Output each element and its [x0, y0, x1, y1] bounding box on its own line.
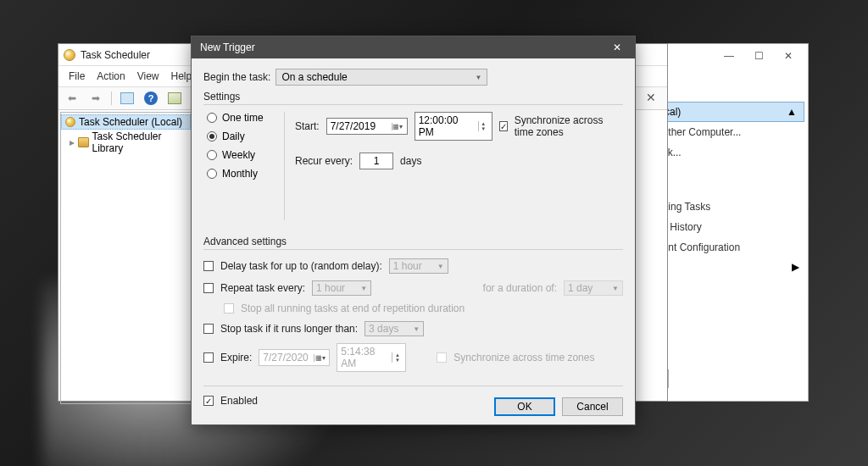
back-button: ⬅ — [62, 90, 82, 107]
clock-icon — [65, 117, 75, 127]
menu-action[interactable]: Action — [92, 69, 130, 84]
tree-root-label: Task Scheduler (Local) — [79, 116, 182, 128]
repeat-label: Repeat task every: — [220, 282, 305, 294]
maximize-icon[interactable]: ☐ — [754, 50, 764, 62]
clock-icon — [64, 49, 75, 61]
stoplong-label: Stop task if it runs longer than: — [220, 323, 358, 335]
chevron-down-icon: ▼ — [475, 74, 481, 81]
time-spinner[interactable]: ▲▼ — [478, 121, 488, 131]
stopall-label: Stop all running tasks at end of repetit… — [241, 302, 465, 314]
begin-task-label: Begin the task: — [203, 71, 270, 83]
sync-checkbox[interactable] — [499, 121, 508, 131]
recur-unit: days — [400, 155, 421, 167]
action-item[interactable]: ask... — [657, 142, 808, 163]
enabled-label: Enabled — [220, 395, 258, 407]
expire-sync-label: Synchronize across time zones — [453, 352, 594, 363]
toolbar-panel-button[interactable] — [117, 90, 137, 107]
duration-select: 1 day▼ — [564, 280, 623, 296]
ok-button[interactable]: OK — [494, 397, 555, 416]
expand-arrow-icon[interactable]: ▶ — [657, 258, 808, 276]
enabled-checkbox[interactable] — [203, 396, 214, 406]
tree-expand-icon[interactable]: ▸ — [68, 136, 75, 148]
new-trigger-dialog: New Trigger ✕ Begin the task: On a sched… — [191, 36, 636, 425]
action-item[interactable]: nning Tasks — [657, 197, 808, 217]
radio-one-time[interactable]: One time — [207, 112, 284, 124]
action-item[interactable]: ount Configuration — [657, 237, 808, 258]
repeat-select[interactable]: 1 hour▼ — [312, 280, 371, 296]
minimize-icon[interactable]: — — [724, 50, 734, 62]
stoplong-select[interactable]: 3 days▼ — [364, 321, 424, 336]
begin-task-value: On a schedule — [281, 71, 347, 83]
expire-time-input[interactable]: 5:14:38 AM ▲▼ — [337, 343, 406, 372]
tree-panel: Task Scheduler (Local) ▸ Task Scheduler … — [60, 112, 192, 404]
action-item[interactable]: ks History — [657, 217, 808, 237]
expire-sync-checkbox — [437, 352, 447, 363]
stoplong-checkbox[interactable] — [203, 324, 214, 334]
window-title: Task Scheduler — [81, 49, 150, 61]
advanced-label: Advanced settings — [203, 236, 623, 247]
delay-label: Delay task for up to (random delay): — [220, 260, 382, 272]
folder-icon — [78, 137, 89, 147]
dialog-titlebar: New Trigger ✕ — [192, 36, 635, 58]
recur-input[interactable]: 1 — [359, 153, 393, 169]
start-time-input[interactable]: 12:00:00 PM ▲▼ — [415, 112, 492, 141]
repeat-checkbox[interactable] — [203, 283, 214, 293]
toolbar-help-button[interactable]: ? — [141, 90, 161, 107]
time-spinner[interactable]: ▲▼ — [392, 352, 402, 363]
delay-select[interactable]: 1 hour▼ — [389, 258, 448, 274]
tree-child-label: Task Scheduler Library — [92, 130, 188, 154]
recur-label: Recur every: — [295, 155, 353, 167]
toolbar-calendar-button[interactable] — [164, 90, 185, 107]
radio-daily[interactable]: Daily — [207, 130, 284, 142]
actions-header[interactable]: cal) ▲ — [657, 102, 804, 122]
action-item[interactable]: nother Computer... — [657, 122, 808, 142]
forward-button: ➡ — [86, 90, 106, 107]
dialog-title: New Trigger — [200, 42, 255, 53]
tree-child[interactable]: ▸ Task Scheduler Library — [61, 130, 191, 155]
stopall-checkbox — [224, 303, 234, 313]
background-window: — ☐ ✕ cal) ▲ nother Computer... ask... n… — [656, 43, 809, 402]
close-pane-icon[interactable]: ✕ — [640, 90, 662, 107]
delay-checkbox[interactable] — [203, 261, 214, 271]
start-date-input[interactable]: 7/27/2019 ▦▾ — [326, 118, 408, 135]
sync-label: Synchronize across time zones — [515, 114, 623, 138]
expire-checkbox[interactable] — [203, 352, 214, 363]
dialog-close-button[interactable]: ✕ — [603, 38, 632, 57]
cancel-button[interactable]: Cancel — [562, 397, 623, 416]
menu-file[interactable]: File — [64, 69, 90, 84]
calendar-dropdown-icon[interactable]: ▦▾ — [314, 354, 326, 362]
radio-weekly[interactable]: Weekly — [207, 149, 284, 161]
menu-view[interactable]: View — [132, 69, 164, 84]
calendar-dropdown-icon[interactable]: ▦▾ — [392, 123, 403, 130]
close-icon[interactable]: ✕ — [784, 50, 793, 62]
duration-label: for a duration of: — [483, 282, 557, 294]
tree-root[interactable]: Task Scheduler (Local) — [61, 114, 191, 130]
radio-monthly[interactable]: Monthly — [207, 168, 284, 180]
expire-label: Expire: — [220, 352, 252, 363]
expire-date-input[interactable]: 7/27/2020 ▦▾ — [259, 349, 330, 366]
settings-label: Settings — [203, 91, 623, 104]
begin-task-select[interactable]: On a schedule ▼ — [275, 69, 487, 86]
collapse-icon[interactable]: ▲ — [787, 106, 797, 118]
start-label: Start: — [295, 120, 320, 132]
